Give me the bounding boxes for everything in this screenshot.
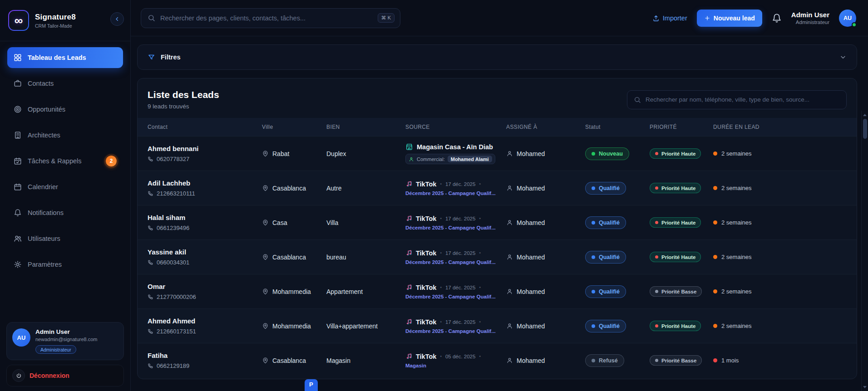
lead-duration: 2 semaines	[713, 219, 847, 226]
gear-icon	[14, 260, 22, 269]
campaign-link[interactable]: Magasin	[405, 363, 506, 368]
scroll-down-arrow[interactable]	[862, 384, 868, 390]
table-row[interactable]: Adil Lachheb 212663210111 Casablanca Aut…	[138, 171, 857, 205]
sidebar-item-utilisateurs[interactable]: Utilisateurs	[7, 228, 123, 249]
sidebar-collapse-button[interactable]	[110, 12, 124, 26]
table-search[interactable]	[627, 90, 847, 109]
table-row[interactable]: Ahmed Ahmed 212660173151 Mohammedia Vill…	[138, 308, 857, 343]
sidebar-item-calendrier[interactable]: Calendrier	[7, 176, 123, 197]
pin-icon	[262, 219, 269, 226]
sidebar: ∞ Signature8 CRM Tailor-Made Tableau des…	[0, 0, 131, 391]
table-row[interactable]: Fatiha 0662129189 Casablanca Magasin Tik…	[138, 343, 857, 377]
new-lead-button[interactable]: Nouveau lead	[697, 10, 762, 27]
lead-date: 17 déc. 2025	[445, 216, 476, 221]
infinity-icon: ∞	[15, 15, 23, 26]
campaign-link[interactable]: Décembre 2025 - Campagne Qualif...	[405, 225, 506, 230]
person-icon	[506, 219, 513, 226]
campaign-link[interactable]: Décembre 2025 - Campagne Qualif...	[405, 259, 506, 265]
sidebar-item-architectes[interactable]: Architectes	[7, 125, 123, 146]
sidebar-item-tableau-des-leads[interactable]: Tableau des Leads	[7, 47, 123, 68]
phone-icon	[148, 328, 153, 334]
notifications-button[interactable]	[772, 13, 782, 23]
filters-bar[interactable]: Filtres	[137, 44, 857, 70]
table-row[interactable]: Halal siham 0661239496 Casa Villa TikTok	[138, 205, 857, 239]
sidebar-item-opportunites[interactable]: Opportunités	[7, 99, 123, 120]
priority-badge: Priorité Haute	[650, 252, 701, 262]
user-email: newadmin@signature8.com	[35, 337, 98, 342]
person-icon	[409, 156, 414, 162]
separator-dot: •	[440, 285, 442, 290]
scroll-up-arrow[interactable]	[862, 112, 868, 118]
leads-table-body: Ahmed bennani 0620778327 Rabat Duplex Ma…	[138, 136, 857, 379]
user-name: Admin User	[35, 328, 98, 335]
bell-icon	[14, 209, 22, 217]
chevron-down-icon	[839, 54, 847, 61]
sidebar-item-label: Calendrier	[28, 183, 58, 191]
page-content: Filtres Liste des Leads 9 leads trouvés …	[131, 36, 868, 391]
sidebar-item-notifications[interactable]: Notifications	[7, 202, 123, 223]
music-note-icon	[405, 215, 412, 222]
separator-dot: •	[440, 319, 442, 324]
pin-icon	[262, 254, 269, 260]
scrollbar[interactable]	[861, 111, 868, 391]
sidebar-item-parametres[interactable]: Paramètres	[7, 254, 123, 275]
table-search-input[interactable]	[646, 96, 840, 103]
scrollbar-thumb[interactable]	[863, 119, 867, 139]
duration-dot	[713, 289, 717, 293]
commercial-badge: Commercial: Mohamed Alami	[405, 154, 495, 164]
logout-button[interactable]: Déconnexion	[6, 365, 124, 386]
brand-tagline: CRM Tailor-Made	[35, 23, 76, 29]
import-button[interactable]: Importer	[652, 15, 687, 22]
priority-badge: Priorité Haute	[650, 321, 701, 331]
logout-label: Déconnexion	[30, 372, 69, 379]
lead-phone: 212663210111	[148, 190, 262, 197]
column-header: Ville	[262, 124, 326, 130]
priority-badge: Priorité Haute	[650, 148, 701, 159]
global-search[interactable]: ⌘ K	[141, 8, 400, 28]
lead-phone: 0661239496	[148, 225, 262, 231]
lead-property-type: Villa	[326, 219, 405, 226]
campaign-link[interactable]: Décembre 2025 - Campagne Qualif...	[405, 328, 506, 334]
table-row[interactable]: Yassine akil 0660034301 Casablanca burea…	[138, 239, 857, 274]
sidebar-user-card[interactable]: AU Admin User newadmin@signature8.com Ad…	[6, 322, 124, 360]
filters-label: Filtres	[161, 54, 181, 61]
floating-p-button[interactable]: P	[305, 379, 318, 391]
sidebar-item-label: Opportunités	[28, 106, 65, 113]
lead-source: TikTok TikTok • 05 déc. 2025 • Magasin	[405, 353, 506, 368]
commercial-name-chip: Mohamed Alami	[448, 156, 492, 162]
search-icon	[634, 96, 641, 103]
user-name: Admin User	[791, 11, 829, 19]
lead-name: Omar	[148, 283, 262, 290]
global-search-input[interactable]	[160, 15, 373, 22]
sidebar-item-contacts[interactable]: Contacts	[7, 73, 123, 94]
duration-dot	[713, 220, 717, 225]
lead-city: Casa	[262, 219, 326, 226]
users-icon	[14, 235, 22, 243]
table-row[interactable]: Ahmed bennani 0620778327 Rabat Duplex Ma…	[138, 136, 857, 171]
campaign-link[interactable]: Décembre 2025 - Campagne Qualif...	[405, 191, 506, 196]
avatar[interactable]: AU	[839, 10, 856, 27]
sidebar-item-taches-rappels[interactable]: Tâches & Rappels 2	[7, 151, 123, 171]
table-row[interactable]: Omar 212770000206 Mohammedia Appartement…	[138, 274, 857, 308]
shortcut-badge: ⌘ K	[378, 13, 395, 23]
lead-city: Casablanca	[262, 357, 326, 364]
lead-assignee: Mohamed	[506, 254, 585, 261]
column-header: DURÉE EN LEAD	[713, 124, 847, 130]
sidebar-nav: Tableau des Leads Contacts Opportunités …	[0, 41, 130, 322]
brand-name: Signature8	[35, 13, 76, 22]
phone-icon	[148, 363, 153, 369]
lead-assignee: Mohamed	[506, 288, 585, 295]
sidebar-item-label: Contacts	[28, 80, 54, 87]
sidebar-item-label: Utilisateurs	[28, 235, 60, 242]
chevron-left-icon	[114, 16, 120, 22]
avatar: AU	[12, 328, 30, 347]
person-icon	[506, 150, 513, 157]
priority-badge: Priorité Haute	[650, 183, 701, 193]
campaign-link[interactable]: Décembre 2025 - Campagne Qualif...	[405, 294, 506, 299]
phone-icon	[148, 191, 153, 196]
lead-assignee: Mohamed	[506, 219, 585, 226]
music-note-icon	[405, 284, 412, 291]
lead-city: Mohammedia	[262, 288, 326, 295]
leads-card: Liste des Leads 9 leads trouvés ContactV…	[137, 78, 857, 379]
lead-name: Fatiha	[148, 352, 262, 359]
